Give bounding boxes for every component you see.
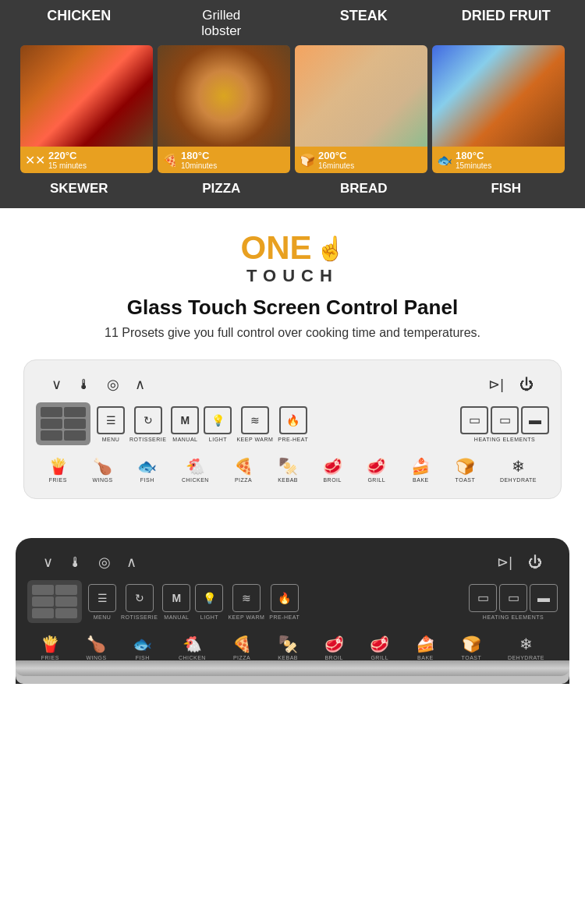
preset-toast[interactable]: 🍞 TOAST [456,457,476,483]
dark-rotisserie-button[interactable]: ↻ [126,584,154,612]
light-button[interactable]: 💡 [204,406,232,434]
wings-label: WINGS [92,477,112,483]
dark-manual-button[interactable]: M [162,584,190,612]
food-card-bread[interactable]: 🍞 200°C 16minutes [295,45,427,173]
broil-icon: 🥩 [323,457,342,476]
preset-kebab[interactable]: 🍢 KEBAB [278,457,298,483]
dark-preset-dehydrate[interactable]: ❄ DEHYDRATE [508,635,544,660]
dark-preset-chicken[interactable]: 🐔 CHICKEN [179,635,206,660]
food-name-bread: BREAD [292,181,435,196]
dark-heating-btn-2[interactable]: ▭ [499,584,527,612]
dark-heating-btn-3[interactable]: ▬ [530,584,558,612]
panel-light-main-row: ☰ MENU ↻ ROTISSERIE M MANUAL 💡 LIGHT ≋ [36,402,549,445]
preset-broil[interactable]: 🥩 BROIL [323,457,342,483]
preset-bake[interactable]: 🍰 BAKE [411,457,431,483]
dark-preheat-label: PRE-HEAT [269,614,300,620]
dark-broil-icon: 🥩 [324,635,344,653]
keepwarm-button[interactable]: ≋ [241,406,269,434]
dark-menu-label: MENU [94,614,112,620]
preheat-button[interactable]: 🔥 [279,406,307,434]
dark-fries-icon: 🍟 [41,635,60,653]
food-name-pizza: PIZZA [151,181,293,196]
dark-pizza-icon: 🍕 [232,635,252,653]
dark-preset-fish[interactable]: 🐟 FISH [133,635,152,660]
dark-power-icon[interactable]: ⏻ [528,554,542,571]
keepwarm-label: KEEP WARM [236,437,273,442]
dark-toast-icon: 🍞 [462,635,481,653]
pizza-preset-label: PIZZA [235,477,252,483]
heating-btn-3[interactable]: ▬ [521,406,549,434]
onetouch-one-text: ONE [240,232,311,264]
dark-heating-btn-1[interactable]: ▭ [469,584,497,612]
target-icon: ◎ [107,376,119,393]
dark-preset-grill[interactable]: 🥩 GRILL [370,635,389,660]
dark-preset-fries[interactable]: 🍟 FRIES [41,635,60,660]
preset-fries[interactable]: 🍟 FRIES [48,457,68,483]
preset-pizza[interactable]: 🍕 PIZZA [234,457,254,483]
dark-btn-light: 💡 LIGHT [195,584,223,620]
dark-toast-label: TOAST [462,655,482,660]
dark-preheat-button[interactable]: 🔥 [271,584,299,612]
onetouch-description: 11 Prosets give you full control over co… [16,326,569,340]
preset-wings[interactable]: 🍗 WINGS [92,457,112,483]
food-image-skewer [20,45,153,147]
skip-icon[interactable]: ⊳| [488,376,504,393]
display-seg-3 [41,419,62,429]
food-card-skewer[interactable]: ✕✕ 220°C 15 minutes [20,45,153,173]
toast-icon: 🍞 [456,457,475,476]
dark-display-seg-5 [32,608,54,618]
manual-button[interactable]: M [171,406,199,434]
menu-button[interactable]: ☰ [97,406,125,434]
dark-keepwarm-button[interactable]: ≋ [232,584,261,612]
food-names: SKEWER PIZZA BREAD FISH [8,181,577,196]
tab-grilled-lobster[interactable]: Grilledlobster [151,8,293,39]
panel-dark-buttons-row: ☰ MENU ↻ ROTISSERIE M MANUAL 💡 LIGHT ≋ [88,584,456,620]
dark-chevron-up-icon[interactable]: ∧ [126,554,136,571]
food-name-fish: FISH [435,181,578,196]
panel-dark-display [27,580,82,623]
tab-chicken[interactable]: CHICKEN [8,8,151,39]
dark-kebab-icon: 🍢 [278,635,298,653]
dark-skip-icon[interactable]: ⊳| [497,554,512,571]
preset-dehydrate[interactable]: ❄ DEHYDRATE [500,457,537,483]
fish-preset-label: FISH [140,477,154,483]
fish-temp: 180°C [456,150,491,161]
dark-preset-toast[interactable]: 🍞 TOAST [462,635,482,660]
food-card-fish[interactable]: 🐟 180°C 15minutes [432,45,565,173]
tab-dried-fruit[interactable]: DRIED FRUIT [435,8,578,39]
rotisserie-button[interactable]: ↻ [134,406,162,434]
food-card-label-skewer: ✕✕ 220°C 15 minutes [20,147,153,173]
tab-steak[interactable]: STEAK [292,8,435,39]
dark-preset-pizza[interactable]: 🍕 PIZZA [232,635,252,660]
dark-kebab-label: KEBAB [278,655,298,660]
display-seg-2 [64,407,86,417]
skewer-time: 15 minutes [48,161,87,170]
display-seg-1 [41,407,62,417]
onetouch-title: ONE ☝ [16,232,569,264]
dark-panel-wrapper: ∨ 🌡 ◎ ∧ ⊳| ⏻ ☰ ME [0,538,585,699]
chevron-down-icon[interactable]: ∨ [51,376,62,393]
dark-rotisserie-label: ROTISSERIE [121,614,158,620]
preset-fish[interactable]: 🐟 FISH [137,457,157,483]
dark-btn-keepwarm: ≋ KEEP WARM [228,584,264,620]
dark-preset-kebab[interactable]: 🍢 KEBAB [278,635,298,660]
chevron-up-icon[interactable]: ∧ [135,376,145,393]
dark-menu-button[interactable]: ☰ [88,584,116,612]
dark-preset-bake[interactable]: 🍰 BAKE [416,635,435,660]
manual-label: MANUAL [172,437,197,442]
power-icon[interactable]: ⏻ [519,377,534,393]
panel-light-display [36,402,90,445]
heating-btn-2[interactable]: ▭ [491,406,519,434]
dark-preset-wings[interactable]: 🍗 WINGS [86,635,106,660]
bread-icon: 🍞 [300,153,315,168]
food-card-pizza[interactable]: 🍕 180°C 10minutes [158,45,290,173]
dark-preset-broil[interactable]: 🥩 BROIL [324,635,344,660]
food-card-label-bread: 🍞 200°C 16minutes [295,147,427,173]
dark-light-label: LIGHT [200,614,218,620]
preset-chicken[interactable]: 🐔 CHICKEN [182,457,209,483]
grill-icon: 🥩 [367,457,386,476]
preset-grill[interactable]: 🥩 GRILL [367,457,386,483]
dark-light-button[interactable]: 💡 [195,584,223,612]
dark-chevron-down-icon[interactable]: ∨ [43,554,53,571]
heating-btn-1[interactable]: ▭ [460,406,488,434]
